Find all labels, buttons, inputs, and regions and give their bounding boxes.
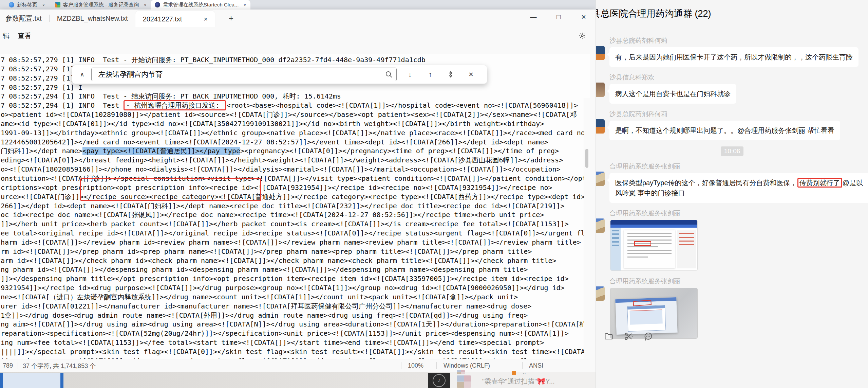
gear-icon — [579, 32, 586, 39]
log-text: 266]]></dept id><dept name><![CDATA[门妇科]… — [1, 202, 564, 210]
avatar[interactable] — [596, 46, 605, 60]
log-line: reparation><specification><![CDATA[52mg(… — [1, 329, 590, 338]
chevron-down-icon[interactable]: ∨ — [42, 2, 45, 7]
browser-tab[interactable]: 新标签页∨ — [5, 0, 49, 10]
chat-message: 合理用药系统服务张剑丽 — [596, 210, 868, 271]
find-input[interactable] — [91, 68, 397, 81]
log-line: 7 08:52:57,279 [1] I — [1, 83, 590, 92]
log-line: 7 08:52:57,294 [1] INFO Test - 结束访问服务: P… — [1, 92, 590, 101]
avatar[interactable] — [596, 286, 605, 301]
avatar[interactable] — [596, 172, 605, 186]
log-text: reparation><specification><![CDATA[52mg(… — [1, 329, 569, 337]
chevron-down-icon[interactable]: ∨ — [144, 2, 147, 7]
message-image-screenshot[interactable] — [610, 220, 698, 271]
find-next-button[interactable]: ↓ — [403, 68, 417, 81]
menu-item-view[interactable]: 查看 — [14, 29, 35, 42]
chat-message: 沙县总院药剂科何莉有，后来是因为她们用医保卡开了这个药，所以才做限制的，，这个药… — [596, 37, 868, 67]
log-line: ]]></despensing pharm title></opt prescr… — [1, 274, 590, 283]
log-line: 7 08:52:57,279 [1] INFO Test - 开始访问服务: P… — [1, 55, 590, 65]
browser-tab[interactable]: 客户服务管理系统 - 服务记录查询∨ — [51, 0, 151, 10]
close-tab-icon[interactable]: × — [201, 15, 210, 24]
find-bar: ∧ ↓ ↑ — [72, 65, 487, 84]
notepad-tab[interactable]: 参数配置.txt — [0, 10, 49, 27]
maximize-button[interactable]: □ — [551, 10, 566, 24]
minimize-button[interactable]: — — [526, 10, 541, 24]
log-text: 7 08:52:57,279 [1] INFO Test - 开始访问服务: P… — [1, 56, 426, 64]
status-encoding: ANSI — [529, 362, 543, 369]
status-divider — [522, 362, 523, 369]
annotation-redbox-text: - 杭州逸曜合理用药接口发送: — [124, 100, 226, 110]
message-bubble: 有，后来是因为她们用医保卡开了这个药，所以才做限制的，，这个药限生育险 — [609, 47, 858, 67]
screen: 新标签页∨客户服务管理系统 - 服务记录查询∨需求管理在线系统Startech … — [0, 0, 868, 388]
log-text: ]]></despensing pharm title></opt prescr… — [1, 275, 569, 283]
log-text: urer id><![CDATA[01221]]></manufacturer … — [1, 302, 531, 310]
avatar[interactable] — [596, 119, 605, 134]
new-tab-button[interactable]: + — [225, 14, 237, 23]
log-text: onstitution><![CDATA[门诊]]></special cons… — [1, 174, 590, 182]
message-bubble: 病人这个是用自费卡也是在门妇科就诊 — [609, 84, 736, 104]
log-line: 266]]></dept id><dept name><![CDATA[门妇科]… — [1, 201, 590, 211]
bottom-strip: ♪ .. "梁春华"通过扫描"🎀Y... — [0, 372, 596, 388]
chat-toolbar — [603, 331, 654, 342]
log-line: ]]></herb unit price><herb packet count>… — [1, 219, 590, 229]
music-app-icon[interactable]: ♪ — [428, 373, 450, 388]
message-sender: 合理用药系统服务张剑丽 — [609, 278, 868, 285]
log-text: 7 08:52:57,279 [1] I — [1, 83, 82, 91]
log-text: <root><base><hospital code><![CDATA[1]]>… — [226, 101, 578, 109]
log-line: eding><![CDATA[0]]></breast feeding><hei… — [1, 156, 590, 165]
log-text: rm id><![CDATA[]]></prep pharm id><prep … — [1, 247, 532, 255]
bow-emoji: 🎀 — [537, 377, 545, 385]
log-line: onstitution><![CDATA[门诊]]></special cons… — [1, 174, 590, 183]
notepad-tabs: 参数配置.txtMZDZBL_whatsNew.txt20241227.txt×… — [0, 10, 596, 27]
log-text: oc id><recipe doc name><![CDATA[张银凤]]></… — [1, 211, 544, 219]
avatar[interactable] — [596, 218, 605, 233]
message-sender: 沙县信息科郑欢 — [609, 74, 868, 81]
log-line: ng aim><![CDATA[]]></drug using aim><dru… — [1, 320, 590, 329]
log-text: ing num><fee total><![CDATA[1153]]></fee… — [1, 338, 544, 347]
settings-button[interactable] — [577, 30, 588, 41]
log-text: criptions><opt prescription><opt prescri… — [1, 183, 552, 192]
avatar[interactable] — [596, 83, 605, 97]
chat-list-item[interactable]: "梁春华"通过扫描"🎀Y... — [482, 377, 555, 386]
message-bubble: 医保类型payType传的这个，好像普通居民有分自费和医保，传费别就行了@是以风… — [609, 173, 868, 203]
time-badge-text: 10:06 — [721, 146, 744, 156]
editor-scrollbar[interactable] — [584, 98, 590, 368]
avatar[interactable] — [457, 375, 471, 388]
file-button[interactable] — [603, 331, 614, 342]
chat-messages: 沙县总院药剂科何莉有，后来是因为她们用医保卡开了这个药，所以才做限制的，，这个药… — [596, 30, 868, 339]
status-left: 789 37 个字符, 共 1,741,853 个 — [3, 359, 96, 372]
search-icon[interactable] — [384, 70, 393, 79]
log-line: ing num><fee total><![CDATA[1153]]></fee… — [1, 338, 590, 347]
find-collapse-button[interactable]: ∧ — [75, 68, 89, 81]
find-close-button[interactable]: × — [464, 68, 478, 81]
editor-text-area[interactable]: 7 08:52:57,279 [1] INFO Test - 开始访问服务: P… — [0, 54, 590, 368]
log-text: ||||]]></special prompt><skin test flag>… — [1, 348, 590, 356]
log-line: 门妇科]]></dept name><pay type><![CDATA[普通居… — [1, 146, 590, 156]
log-line: o><![CDATA[18020859166]]></phone no><dia… — [1, 165, 590, 174]
browser-tab-label: 需求管理在线系统Startech Clea... — [163, 2, 239, 8]
log-line: 1224465001205642]]></med card no><event … — [1, 138, 590, 147]
log-text: urce><![CDATA[门诊]]></recipe source><reci… — [1, 193, 585, 201]
browser-tab-label: 客户服务管理系统 - 服务记录查询 — [63, 2, 139, 8]
chat-history-button[interactable] — [643, 331, 654, 342]
log-line: o><patient id><![CDATA[102891080]]></pat… — [1, 110, 590, 119]
filter-icon — [447, 70, 455, 78]
screenshot-button[interactable] — [623, 331, 634, 342]
chevron-down-icon[interactable]: ∨ — [243, 2, 246, 7]
log-text: 7 08:52:57,279 [1] I — [1, 65, 82, 73]
window-controls: — □ × — [526, 10, 591, 24]
scissors-icon — [624, 332, 633, 341]
menu-item-edit[interactable]: 辑 — [0, 29, 14, 42]
close-window-button[interactable]: × — [576, 10, 591, 24]
notepad-tab[interactable]: MZDZBL_whatsNew.txt — [50, 10, 135, 27]
notepad-tab[interactable]: 20241227.txt× — [135, 11, 215, 27]
scrollbar-thumb[interactable] — [585, 149, 588, 168]
pinwheel-icon — [55, 2, 60, 7]
status-divider — [401, 362, 401, 369]
find-previous-button[interactable]: ↑ — [423, 68, 437, 81]
message-text: 医保类型payType传的这个，好像普通居民有分自费和医保， — [615, 179, 797, 187]
find-options-button[interactable] — [444, 68, 458, 81]
log-text: ng aim><![CDATA[]]></drug using aim><dru… — [1, 320, 586, 328]
browser-tab[interactable]: 需求管理在线系统Startech Clea...∨ — [151, 0, 250, 10]
log-text: o><patient id><![CDATA[102891080]]></pat… — [1, 110, 577, 119]
